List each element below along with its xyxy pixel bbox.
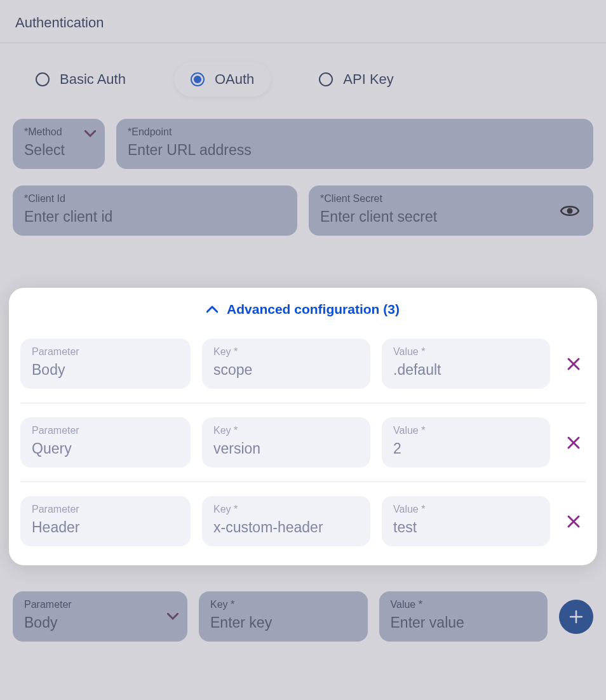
advanced-config-panel: Advanced configuration (3) Parameter Bod… (9, 288, 597, 565)
new-key-input[interactable]: Key * Enter key (199, 591, 368, 642)
divider (0, 43, 606, 43)
section-title: Authentication (15, 15, 591, 31)
field-placeholder: Enter client id (24, 208, 286, 225)
field-value: Select (24, 142, 93, 159)
param-select[interactable]: Parameter Body (20, 339, 191, 389)
field-value: Body (24, 614, 176, 631)
field-label: Parameter (32, 425, 179, 436)
field-placeholder: Enter client secret (320, 208, 582, 225)
new-value-input[interactable]: Value * Enter value (379, 591, 548, 642)
tab-label: OAuth (215, 71, 254, 88)
client-id-input[interactable]: *Client Id Enter client id (13, 185, 297, 236)
field-label: *Endpoint (128, 126, 582, 138)
field-value: .default (393, 361, 539, 379)
close-icon (567, 515, 581, 528)
radio-icon (319, 72, 333, 86)
new-param-row: Parameter Body Key * Enter key Value * E… (13, 591, 593, 642)
svg-point-0 (567, 208, 573, 213)
radio-icon (36, 72, 50, 86)
field-label: Value * (393, 504, 539, 515)
chevron-down-icon (167, 613, 178, 621)
field-label: *Client Id (24, 193, 286, 205)
tab-label: Basic Auth (60, 71, 126, 88)
field-value: test (393, 519, 539, 536)
value-input[interactable]: Value * .default (382, 339, 550, 389)
field-value: Header (32, 519, 179, 536)
key-input[interactable]: Key * x-custom-header (202, 496, 370, 546)
field-value: x-custom-header (213, 519, 359, 536)
delete-row-button[interactable] (562, 357, 586, 371)
field-value: version (213, 440, 359, 457)
key-input[interactable]: Key * scope (202, 339, 370, 389)
close-icon (567, 436, 581, 450)
client-secret-input[interactable]: *Client Secret Enter client secret (309, 185, 593, 236)
param-select[interactable]: Parameter Query (20, 417, 191, 468)
advanced-config-title: Advanced configuration (3) (227, 302, 400, 317)
row-divider (20, 481, 586, 482)
advanced-config-toggle[interactable]: Advanced configuration (3) (20, 302, 586, 317)
field-label: *Client Secret (320, 193, 582, 205)
field-placeholder: Enter key (210, 614, 356, 631)
field-placeholder: Enter URL address (128, 142, 582, 159)
field-value: Body (32, 361, 179, 379)
tab-api-key[interactable]: API Key (302, 62, 410, 97)
field-label: Value * (393, 425, 539, 436)
eye-icon[interactable] (560, 204, 579, 218)
close-icon (567, 357, 581, 371)
field-label: Parameter (32, 504, 179, 515)
value-input[interactable]: Value * 2 (382, 417, 550, 468)
add-button[interactable] (559, 600, 593, 634)
field-label: Parameter (24, 599, 176, 610)
tab-label: API Key (343, 71, 393, 88)
field-label: Value * (391, 599, 537, 610)
chevron-up-icon (206, 306, 218, 313)
value-input[interactable]: Value * test (382, 496, 550, 546)
field-label: Key * (213, 504, 359, 515)
plus-icon (569, 609, 584, 624)
param-select[interactable]: Parameter Header (20, 496, 191, 546)
config-row: Parameter Body Key * scope Value * .defa… (20, 339, 586, 403)
delete-row-button[interactable] (562, 436, 586, 450)
field-value: 2 (393, 440, 539, 457)
chevron-down-icon (84, 130, 96, 138)
field-label: Key * (210, 599, 356, 610)
field-placeholder: Enter value (391, 614, 537, 631)
field-label: Parameter (32, 346, 179, 358)
config-row: Parameter Query Key * version Value * 2 (20, 417, 586, 481)
tab-basic-auth[interactable]: Basic Auth (19, 62, 142, 97)
tab-oauth[interactable]: OAuth (174, 62, 271, 97)
row-divider (20, 403, 586, 403)
field-label: Key * (213, 346, 359, 358)
key-input[interactable]: Key * version (202, 417, 370, 468)
endpoint-input[interactable]: *Endpoint Enter URL address (116, 119, 593, 169)
delete-row-button[interactable] (562, 515, 586, 528)
config-row: Parameter Header Key * x-custom-header V… (20, 496, 586, 560)
new-param-select[interactable]: Parameter Body (13, 591, 187, 642)
field-label: Value * (393, 346, 539, 358)
radio-icon (191, 72, 205, 86)
field-label: Key * (213, 425, 359, 436)
field-label: *Method (24, 126, 93, 138)
field-value: scope (213, 361, 359, 379)
auth-type-tabs: Basic Auth OAuth API Key (19, 62, 587, 97)
method-select[interactable]: *Method Select (13, 119, 105, 169)
field-value: Query (32, 440, 179, 457)
